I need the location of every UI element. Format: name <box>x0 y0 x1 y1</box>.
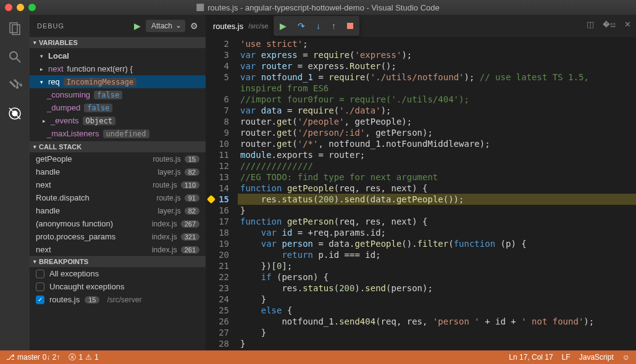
close-editor-icon[interactable]: ✕ <box>624 20 631 30</box>
var-consuming[interactable]: _consuming false <box>30 88 206 101</box>
svg-point-2 <box>10 52 17 59</box>
activity-bar <box>0 15 30 350</box>
svg-point-6 <box>12 111 17 116</box>
debug-sidebar: DEBUG ▶ Attach ⚙ VARIABLES ▾Local ▸next … <box>30 15 206 350</box>
eol-status[interactable]: LF <box>562 353 571 362</box>
stack-frame[interactable]: nextroute.js110 <box>30 178 206 191</box>
split-editor-icon[interactable]: ◫ <box>587 20 594 30</box>
code-line[interactable]: function getPeople(req, res, next) { <box>238 183 636 194</box>
code-line[interactable]: } <box>238 294 636 305</box>
panel-title: DEBUG <box>37 22 129 30</box>
start-debug-icon[interactable]: ▶ <box>134 21 141 31</box>
var-maxlisteners[interactable]: _maxListeners undefined <box>30 127 206 140</box>
code-line[interactable]: notfound_1.send404(req, res, 'person ' +… <box>238 316 636 327</box>
code-line[interactable]: router.get('/people', getPeople); <box>238 116 636 127</box>
var-next[interactable]: ▸next function next(err) { <box>30 62 206 75</box>
step-out-icon[interactable]: ↑ <box>332 21 336 31</box>
code-line[interactable]: var router = express.Router(); <box>238 60 636 72</box>
code-line[interactable]: //import four0four = require('./utils/40… <box>238 94 636 105</box>
code-line[interactable]: router.get('/person/:id', getPerson); <box>238 127 636 138</box>
code-line[interactable]: } <box>238 327 636 338</box>
code-line[interactable]: router.get('/*', notfound_1.notFoundMidd… <box>238 138 636 149</box>
code-line[interactable]: var notfound_1 = require('./utils/notfou… <box>238 72 636 83</box>
code-line[interactable]: function getPerson(req, res, next) { <box>238 216 636 227</box>
var-dumped[interactable]: _dumped false <box>30 101 206 114</box>
code-line[interactable]: res.status(200).send(person); <box>238 283 636 294</box>
code-line[interactable]: //EG TODO: find type for next argument <box>238 172 636 183</box>
errors-status[interactable]: ⓧ 1 ⚠ 1 <box>69 352 98 363</box>
code-line[interactable]: })[0]; <box>238 260 636 271</box>
continue-icon[interactable]: ▶ <box>280 21 287 31</box>
debug-icon[interactable] <box>6 105 23 122</box>
maximize-window-icon[interactable] <box>28 4 36 11</box>
code-line[interactable]: var person = data.getPeople().filter(fun… <box>238 238 636 249</box>
variables-section[interactable]: VARIABLES <box>30 37 206 48</box>
stack-frame[interactable]: handlelayer.js82 <box>30 204 206 217</box>
checkbox-icon[interactable]: ✓ <box>36 296 44 304</box>
code-line[interactable]: var data = require('./data'); <box>238 105 636 116</box>
code-line[interactable]: inspired from ES6 <box>238 83 636 94</box>
stack-frame[interactable]: nextindex.js261 <box>30 243 206 256</box>
code-line[interactable]: var express = require('express'); <box>238 49 636 60</box>
cursor-position[interactable]: Ln 17, Col 17 <box>509 353 553 362</box>
code-line[interactable]: var id = +req.params.id; <box>238 227 636 238</box>
code-line[interactable]: module.exports = router; <box>238 149 636 160</box>
code-line[interactable]: } <box>238 338 636 349</box>
window-title: routes.js - angular-typescript-hottowel-… <box>196 3 440 12</box>
bp-uncaught-exceptions[interactable]: Uncaught exceptions <box>30 280 206 293</box>
stack-frame[interactable]: handlelayer.js82 <box>30 165 206 178</box>
code-line[interactable]: return p.id === id; <box>238 249 636 260</box>
call-stack-section[interactable]: CALL STACK <box>30 141 206 152</box>
tab-routes[interactable]: routes.js /src/se <box>206 15 277 37</box>
var-req[interactable]: ▾req IncomingMessage <box>30 75 206 88</box>
checkbox-icon[interactable] <box>36 283 44 291</box>
scope-local[interactable]: ▾Local <box>30 49 206 62</box>
code-editor[interactable]: 2345678910111213141516171819202122232425… <box>206 37 636 350</box>
code-line[interactable]: 'use strict'; <box>238 38 636 49</box>
git-branch-status[interactable]: ⎇ master 0↓ 2↑ <box>6 353 60 362</box>
titlebar: routes.js - angular-typescript-hottowel-… <box>0 0 636 15</box>
more-icon[interactable]: �ස <box>603 20 616 30</box>
code-line[interactable]: ////////////// <box>238 160 636 172</box>
minimize-window-icon[interactable] <box>17 4 24 11</box>
code-line[interactable]: } <box>238 205 636 216</box>
var-events[interactable]: ▸_events Object <box>30 114 206 127</box>
stack-frame[interactable]: (anonymous function)index.js267 <box>30 217 206 230</box>
code-line[interactable]: if (person) { <box>238 271 636 283</box>
bp-routes[interactable]: ✓routes.js15/src/server <box>30 293 206 306</box>
svg-line-3 <box>17 59 20 62</box>
gear-icon[interactable]: ⚙ <box>190 21 198 31</box>
debug-toolbar: ▶ ↷ ↓ ↑ <box>274 16 359 36</box>
stop-icon[interactable] <box>347 23 353 29</box>
step-over-icon[interactable]: ↷ <box>298 21 305 31</box>
stack-frame[interactable]: Route.dispatchroute.js91 <box>30 191 206 204</box>
checkbox-icon[interactable] <box>36 270 44 278</box>
git-icon[interactable] <box>6 77 23 94</box>
language-status[interactable]: JavaScript <box>579 353 614 362</box>
tab-bar: routes.js /src/se ▶ ↷ ↓ ↑ ◫ �ස ✕ <box>206 15 636 37</box>
stack-frame[interactable]: getPeopleroutes.js15 <box>30 152 206 165</box>
breakpoints-section[interactable]: BREAKPOINTS <box>30 256 206 267</box>
feedback-icon[interactable]: ☺ <box>622 353 630 362</box>
explorer-icon[interactable] <box>6 20 23 37</box>
stack-frame[interactable]: proto.process_paramsindex.js321 <box>30 230 206 243</box>
close-window-icon[interactable] <box>5 4 12 11</box>
debug-config-select[interactable]: Attach <box>146 20 185 32</box>
code-line[interactable]: else { <box>238 305 636 316</box>
file-icon <box>196 4 204 11</box>
step-into-icon[interactable]: ↓ <box>316 21 320 31</box>
bp-all-exceptions[interactable]: All exceptions <box>30 267 206 280</box>
code-line[interactable]: res.status(200).send(data.getPeople()); <box>238 194 636 205</box>
search-icon[interactable] <box>6 48 23 65</box>
status-bar: ⎇ master 0↓ 2↑ ⓧ 1 ⚠ 1 Ln 17, Col 17 LF … <box>0 350 636 364</box>
